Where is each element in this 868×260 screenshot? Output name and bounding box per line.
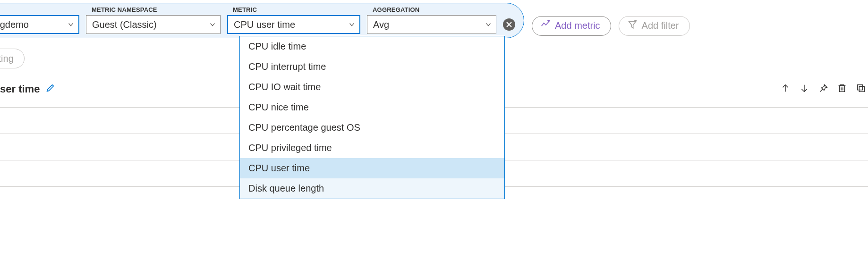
scope-label: E xyxy=(0,6,79,13)
add-metric-icon xyxy=(541,20,550,32)
move-up-button[interactable] xyxy=(780,83,791,96)
metric-option[interactable]: CPU nice time xyxy=(240,97,504,117)
aggregation-dropdown[interactable]: Avg xyxy=(367,15,496,34)
add-metric-button[interactable]: Add metric xyxy=(532,16,611,36)
add-filter-button[interactable]: Add filter xyxy=(619,16,690,36)
edit-title-button[interactable] xyxy=(45,83,56,96)
duplicate-button[interactable] xyxy=(856,83,866,96)
svg-rect-12 xyxy=(859,86,864,92)
metric-option[interactable]: CPU interrupt time xyxy=(240,57,504,77)
chevron-down-icon xyxy=(348,21,356,28)
delete-button[interactable] xyxy=(837,83,847,96)
metric-field: METRIC CPU user time xyxy=(227,6,360,34)
svg-rect-9 xyxy=(840,85,845,92)
svg-rect-13 xyxy=(858,84,863,90)
metric-selector-pill: E diagdemo METRIC NAMESPACE Guest (Class… xyxy=(0,3,524,38)
chart-actions xyxy=(780,83,868,96)
splitting-label: plitting xyxy=(0,53,14,64)
chart-title: ser time xyxy=(0,83,40,95)
aggregation-label: AGGREGATION xyxy=(367,6,496,13)
metric-option[interactable]: CPU IO wait time xyxy=(240,77,504,97)
chevron-down-icon xyxy=(209,21,216,28)
scope-dropdown[interactable]: diagdemo xyxy=(0,15,79,34)
scope-value: diagdemo xyxy=(0,19,29,30)
remove-metric-button[interactable] xyxy=(503,18,515,31)
add-filter-label: Add filter xyxy=(642,20,679,31)
namespace-field: METRIC NAMESPACE Guest (Classic) xyxy=(86,6,221,34)
move-down-button[interactable] xyxy=(799,83,809,96)
metric-dropdown-list[interactable]: CPU idle timeCPU interrupt timeCPU IO wa… xyxy=(239,36,505,199)
metric-option[interactable]: CPU privileged time xyxy=(240,138,504,158)
metric-option[interactable]: CPU percentage guest OS xyxy=(240,117,504,138)
pin-button[interactable] xyxy=(818,83,828,96)
add-filter-icon xyxy=(628,20,637,32)
metric-dropdown[interactable]: CPU user time xyxy=(227,15,360,34)
apply-splitting-button[interactable]: plitting xyxy=(0,49,25,68)
namespace-value: Guest (Classic) xyxy=(92,19,157,30)
chevron-down-icon xyxy=(67,21,75,28)
aggregation-field: AGGREGATION Avg xyxy=(367,6,496,34)
metric-option[interactable]: Disk queue length xyxy=(240,178,504,199)
chevron-down-icon xyxy=(485,21,492,28)
svg-marker-4 xyxy=(629,21,636,28)
metric-value: CPU user time xyxy=(234,19,295,30)
scope-field: E diagdemo xyxy=(0,6,79,34)
namespace-dropdown[interactable]: Guest (Classic) xyxy=(86,15,221,34)
namespace-label: METRIC NAMESPACE xyxy=(86,6,221,13)
add-metric-label: Add metric xyxy=(555,20,600,31)
metric-label: METRIC xyxy=(227,6,360,13)
metric-option[interactable]: CPU user time xyxy=(240,158,504,178)
metric-option[interactable]: CPU idle time xyxy=(240,36,504,57)
aggregation-value: Avg xyxy=(373,19,389,30)
